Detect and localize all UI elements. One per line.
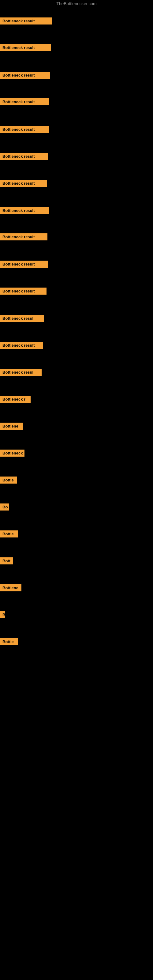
bottleneck-result-badge[interactable]: Bottle	[0, 530, 18, 538]
bottleneck-result-badge[interactable]: Bottle	[0, 638, 18, 645]
bottleneck-result-badge[interactable]: Bottleneck result	[0, 126, 49, 133]
bottleneck-result-badge[interactable]: Bottleneck result	[0, 153, 48, 160]
bottleneck-result-badge[interactable]: Bottle	[0, 477, 17, 484]
bottleneck-result-badge[interactable]: Bottleneck r	[0, 396, 30, 403]
bottleneck-result-badge[interactable]: Bottleneck result	[0, 342, 43, 349]
bottleneck-result-badge[interactable]: Bottleneck	[0, 450, 24, 457]
bottleneck-result-badge[interactable]: Bottlene	[0, 584, 21, 591]
bottleneck-result-badge[interactable]: Bottleneck resul	[0, 315, 44, 322]
bottleneck-result-badge[interactable]: Bottleneck result	[0, 180, 47, 187]
bottleneck-result-badge[interactable]: Bottleneck result	[0, 72, 50, 79]
site-title: TheBottlenecker.com	[0, 0, 153, 7]
bottleneck-result-badge[interactable]: Bottleneck result	[0, 233, 48, 240]
bottleneck-result-badge[interactable]: Bottleneck result	[0, 261, 48, 268]
bottleneck-result-badge[interactable]: Bo	[0, 503, 9, 511]
bottleneck-result-badge[interactable]: Bottleneck result	[0, 207, 49, 214]
bottleneck-result-badge[interactable]: Bottleneck result	[0, 288, 46, 294]
bottleneck-result-badge[interactable]: Bottleneck resul	[0, 369, 41, 376]
bottleneck-result-badge[interactable]: B	[0, 611, 5, 618]
bottleneck-result-badge[interactable]: Bottleneck result	[0, 18, 52, 24]
bottleneck-result-badge[interactable]: Bottleneck result	[0, 98, 49, 105]
bottleneck-result-badge[interactable]: Bottlene	[0, 423, 23, 430]
bottleneck-result-badge[interactable]: Bott	[0, 557, 13, 565]
bottleneck-result-badge[interactable]: Bottleneck result	[0, 44, 51, 51]
